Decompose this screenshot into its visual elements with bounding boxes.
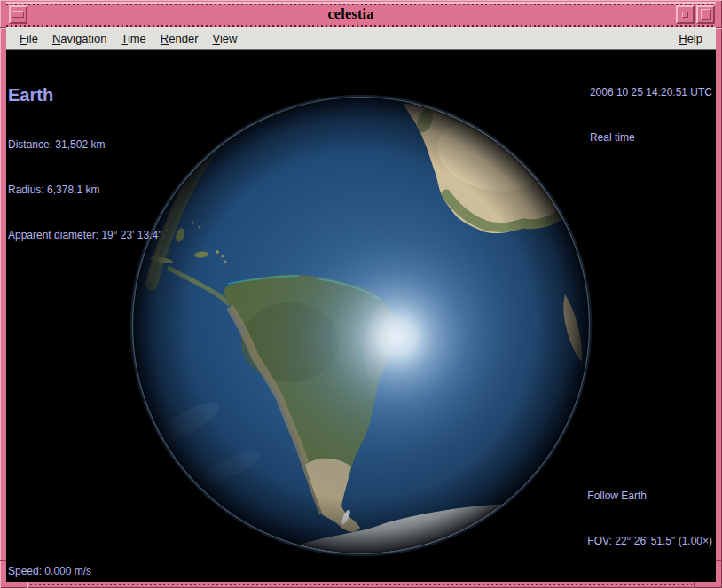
selection-radius: Radius: 6,378.1 km — [8, 183, 161, 198]
frame-info: Follow Earth FOV: 22° 26' 51.5" (1.00×) — [587, 459, 712, 579]
window-menu-icon — [12, 11, 24, 18]
frame-bottom-border[interactable] — [30, 584, 692, 585]
datetime-label: 2006 10 25 14:20:51 UTC — [590, 85, 712, 100]
maximize-button[interactable] — [696, 5, 715, 24]
window-title: celestia — [27, 6, 674, 22]
menu-navigation[interactable]: Navigation — [45, 30, 114, 47]
menu-file[interactable]: File — [12, 30, 45, 47]
frame-corner-seam — [716, 27, 722, 29]
titlebar-buttons — [674, 5, 715, 24]
frame-right-border[interactable] — [718, 30, 718, 558]
frame-corner-seam — [0, 27, 6, 29]
menu-render[interactable]: Render — [153, 30, 206, 47]
menu-view[interactable]: View — [205, 30, 244, 47]
time-info: 2006 10 25 14:20:51 UTC Real time — [590, 55, 712, 176]
selection-info: Earth Distance: 31,502 km Radius: 6,378.… — [8, 54, 161, 273]
menu-help[interactable]: Help — [671, 30, 710, 47]
time-mode-label: Real time — [590, 130, 712, 145]
app-window: celestia File Navigation Time Render Vie… — [0, 0, 722, 588]
speed-info: Speed: 0.000 m/s — [8, 564, 91, 579]
frame-corner-seam — [27, 582, 28, 588]
selection-apparent-diameter: Apparent diameter: 19° 23' 13.4" — [8, 228, 161, 243]
selection-name: Earth — [8, 84, 161, 106]
menubar: File Navigation Time Render View Help — [6, 27, 716, 50]
limb-shading — [132, 97, 590, 554]
iconify-button[interactable] — [676, 5, 695, 24]
window-menu-button[interactable] — [9, 5, 27, 24]
menu-time[interactable]: Time — [114, 30, 153, 47]
titlebar-stipple-top — [6, 4, 716, 5]
titlebar-stipple-bottom — [6, 25, 716, 27]
iconify-icon — [682, 12, 688, 18]
follow-label: Follow Earth — [587, 489, 712, 504]
frame-corner-seam — [716, 560, 722, 561]
titlebar[interactable]: celestia — [6, 2, 716, 27]
maximize-icon — [701, 9, 711, 20]
selection-distance: Distance: 31,502 km — [8, 137, 161, 153]
frame-left-border[interactable] — [4, 30, 4, 558]
frame-corner-seam — [694, 582, 695, 588]
frame-corner-seam — [0, 560, 6, 561]
viewport[interactable]: Earth Distance: 31,502 km Radius: 6,378.… — [6, 50, 716, 582]
fov-label: FOV: 22° 26' 51.5" (1.00×) — [587, 534, 712, 549]
